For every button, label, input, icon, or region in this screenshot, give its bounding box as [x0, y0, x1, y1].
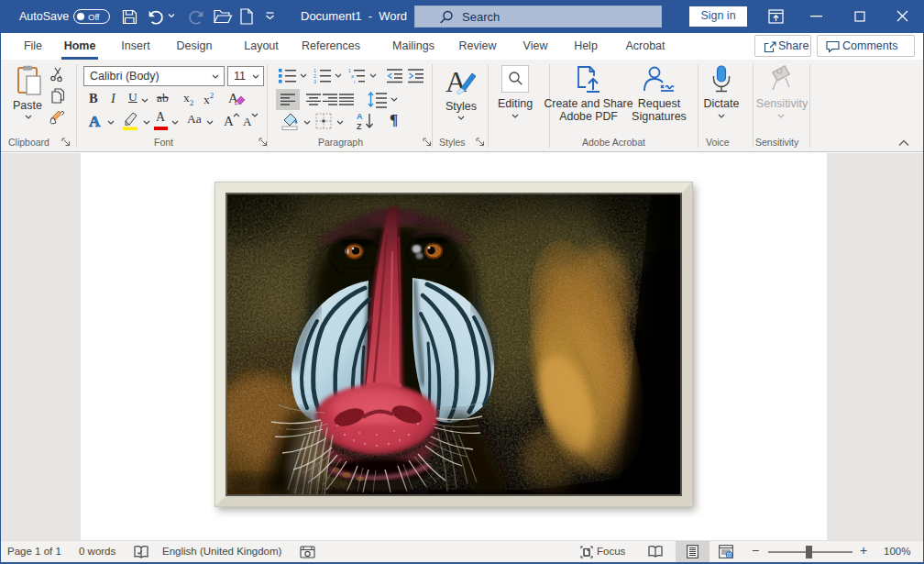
svg-text:3: 3 [314, 79, 316, 83]
svg-text:A: A [446, 65, 467, 97]
svg-text:i: i [354, 79, 355, 83]
svg-text:A: A [357, 112, 363, 121]
svg-text:A: A [89, 113, 101, 129]
svg-text:Z: Z [357, 122, 362, 130]
svg-text:A: A [224, 114, 234, 128]
svg-text:A: A [243, 115, 252, 128]
